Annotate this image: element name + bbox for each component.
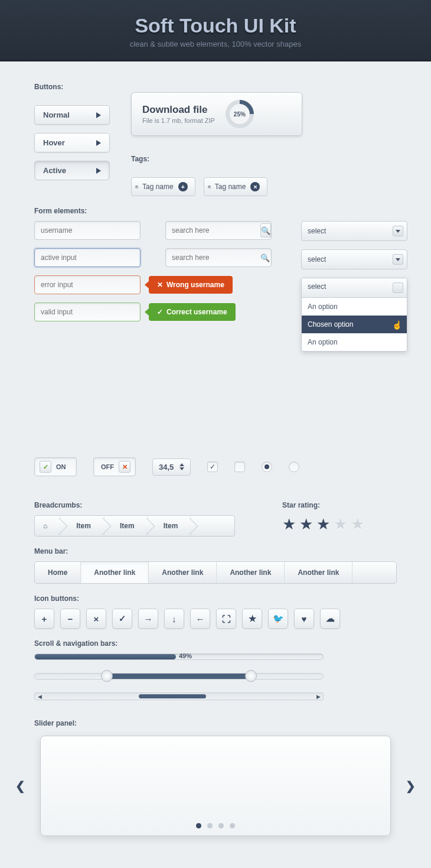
search-input-boxed[interactable]: 🔍 xyxy=(165,221,272,240)
check-icon: ✓ xyxy=(40,461,51,473)
star-icon-button[interactable]: ★ xyxy=(242,609,262,629)
menu-item[interactable]: Another link xyxy=(285,562,352,583)
scroll-right-icon[interactable]: ▶ xyxy=(314,694,323,700)
menu-bar: Home Another link Another link Another l… xyxy=(34,561,397,584)
button-hover[interactable]: Hover xyxy=(34,133,110,152)
download-card[interactable]: Download file File is 1.7 mb, format ZIP… xyxy=(131,92,302,136)
chevron-down-icon xyxy=(393,254,403,265)
progress-label: 49% xyxy=(179,652,192,659)
search-icon[interactable]: 🔍 xyxy=(260,251,270,265)
tag-remove[interactable]: Tag name× xyxy=(204,177,268,196)
star-rating[interactable]: ★ ★ ★ ★ ★ xyxy=(282,515,364,534)
range-handle[interactable] xyxy=(245,670,257,682)
breadcrumb-home[interactable]: ⌂ xyxy=(35,516,61,536)
toggle-off[interactable]: ✕OFF xyxy=(93,457,136,476)
menu-item-active[interactable]: Another link xyxy=(81,562,149,583)
slider-prev-icon[interactable]: ❮ xyxy=(15,779,25,793)
download-title: Download file xyxy=(142,104,215,116)
search-field[interactable] xyxy=(172,222,260,239)
range-handle[interactable] xyxy=(101,670,113,682)
range-slider[interactable] xyxy=(34,673,324,680)
search-input-plain[interactable]: 🔍 xyxy=(165,248,272,267)
close-icon[interactable]: × xyxy=(250,182,260,191)
slider-dots xyxy=(41,823,390,828)
checkbox-checked[interactable]: ✓ xyxy=(207,461,218,472)
scroll-left-icon[interactable]: ◀ xyxy=(35,694,44,700)
select-value: select xyxy=(308,282,326,293)
slider-dot[interactable] xyxy=(196,823,201,828)
home-icon: ⌂ xyxy=(43,522,47,530)
username-input[interactable] xyxy=(34,221,141,240)
menu-item[interactable]: Home xyxy=(35,562,81,583)
check-icon-button[interactable]: ✓ xyxy=(112,609,132,629)
checkbox-unchecked[interactable] xyxy=(234,461,245,472)
download-subtitle: File is 1.7 mb, format ZIP xyxy=(142,117,215,124)
star-icon[interactable]: ★ xyxy=(316,515,330,534)
star-icon[interactable]: ★ xyxy=(351,515,364,534)
select-value: select xyxy=(308,255,326,264)
tag-label: Tag name xyxy=(142,183,174,191)
active-input[interactable] xyxy=(34,248,141,267)
breadcrumb: ⌂ Item Item Item xyxy=(34,515,235,537)
select-dropdown[interactable]: select xyxy=(301,221,407,241)
slider-dot[interactable] xyxy=(218,823,224,828)
error-input[interactable] xyxy=(34,275,141,294)
slider-dot[interactable] xyxy=(207,823,213,828)
expand-icon-button[interactable]: ⛶ xyxy=(216,609,236,629)
select-dropdown-open[interactable]: select An option Chosen option An option xyxy=(301,278,407,352)
menu-item[interactable]: Another link xyxy=(149,562,217,583)
star-icon[interactable]: ★ xyxy=(299,515,313,534)
radio-unchecked[interactable] xyxy=(289,461,299,472)
section-forms-label: Form elements: xyxy=(34,207,397,215)
toggle-on[interactable]: ✓ON xyxy=(34,457,77,476)
progress-fill xyxy=(35,654,176,659)
arrow-left-icon-button[interactable]: ← xyxy=(190,609,210,629)
plus-icon[interactable]: + xyxy=(178,182,188,191)
radio-checked[interactable] xyxy=(262,461,272,472)
select-dropdown[interactable]: select xyxy=(301,249,407,269)
button-active[interactable]: Active xyxy=(34,161,110,180)
slider-dot[interactable] xyxy=(230,823,235,828)
search-field[interactable] xyxy=(172,249,260,266)
button-normal[interactable]: Normal xyxy=(34,105,110,125)
star-icon[interactable]: ★ xyxy=(282,515,296,534)
select-option[interactable]: An option xyxy=(302,333,407,351)
tag-add[interactable]: Tag name+ xyxy=(131,177,195,196)
spinner-value: 34,5 xyxy=(159,463,174,472)
valid-input[interactable] xyxy=(34,303,141,321)
plus-icon-button[interactable]: + xyxy=(34,609,54,629)
close-icon-button[interactable]: × xyxy=(86,609,106,629)
arrow-down-icon-button[interactable]: ↓ xyxy=(164,609,184,629)
select-value: select xyxy=(308,227,326,235)
select-option-chosen[interactable]: Chosen option xyxy=(302,316,407,333)
heart-icon-button[interactable]: ♥ xyxy=(294,609,314,629)
slider-card[interactable] xyxy=(40,736,391,836)
error-tooltip: ✕Wrong username xyxy=(149,276,233,294)
chevron-up-icon[interactable] xyxy=(179,463,184,466)
slider-next-icon[interactable]: ❯ xyxy=(406,779,416,793)
success-tooltip: ✓Correct username xyxy=(149,303,236,321)
check-icon: ✓ xyxy=(157,308,163,316)
chevron-down-icon[interactable] xyxy=(179,467,184,470)
close-icon: ✕ xyxy=(119,461,130,473)
scroll-thumb[interactable] xyxy=(139,694,206,698)
select-option[interactable]: An option xyxy=(302,298,407,316)
chevron-right-icon xyxy=(96,112,101,118)
section-slider-label: Slider panel: xyxy=(34,719,397,727)
twitter-icon-button[interactable]: 🐦 xyxy=(268,609,288,629)
number-spinner[interactable]: 34,5 xyxy=(152,459,191,476)
search-icon[interactable]: 🔍 xyxy=(260,223,271,238)
cloud-icon-button[interactable]: ☁ xyxy=(320,609,340,629)
chevron-down-icon xyxy=(393,282,403,293)
button-active-label: Active xyxy=(43,166,66,175)
section-scroll-label: Scroll & navigation bars: xyxy=(34,639,397,648)
minus-icon-button[interactable]: − xyxy=(60,609,80,629)
menu-item[interactable]: Another link xyxy=(217,562,285,583)
section-tags-label: Tags: xyxy=(131,155,302,163)
star-icon[interactable]: ★ xyxy=(334,515,347,534)
tag-label: Tag name xyxy=(215,183,246,191)
button-hover-label: Hover xyxy=(43,138,65,147)
chevron-down-icon xyxy=(393,226,403,236)
scrollbar[interactable]: ◀ ▶ xyxy=(34,693,324,700)
arrow-right-icon-button[interactable]: → xyxy=(138,609,158,629)
